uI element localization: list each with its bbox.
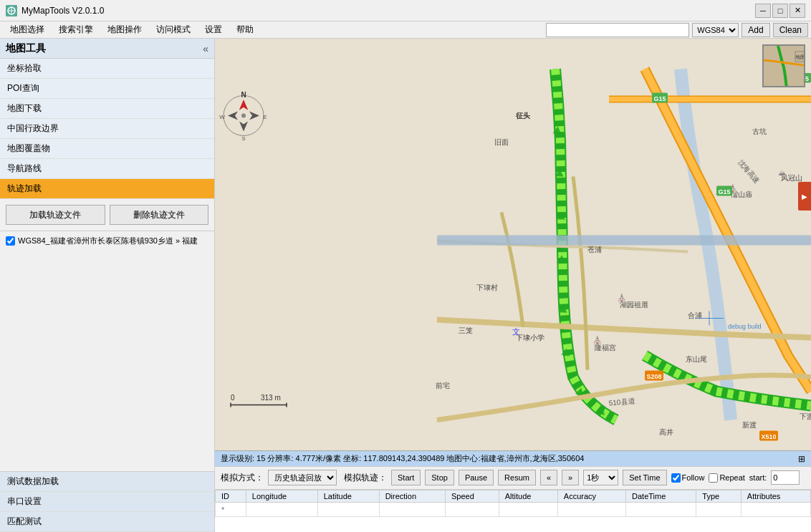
sidebar-item-match-test[interactable]: 匹配测试 [0,512,214,532]
track-section: 加载轨迹文件 删除轨迹文件 [0,199,214,231]
mode-select[interactable]: 历史轨迹回放 实时轨迹 [268,470,337,485]
svg-point-75 [241,114,246,118]
svg-text:X510: X510 [761,433,776,440]
svg-text:0: 0 [231,394,235,402]
status-text: 显示级别: 15 分辨率: 4.777米/像素 坐标: 117.809143,2… [221,453,584,464]
right-expand-button[interactable]: ▶ [798,182,811,211]
track-item-label: WGS84_福建省漳州市长泰区陈巷镇930乡道 » 福建 [18,236,198,246]
col-latitude: Latitude [317,490,379,503]
menu-help[interactable]: 帮助 [229,21,261,38]
start-value-input[interactable] [771,470,800,485]
start-button[interactable]: Start [391,470,421,485]
sidebar-collapse-button[interactable]: « [203,43,208,54]
clean-button[interactable]: Clean [773,23,808,37]
col-accuracy: Accuracy [557,490,625,503]
svg-text:文: 文 [512,327,520,336]
sidebar-item-test-data[interactable]: 测试数据加载 [0,472,214,492]
svg-text:隆福宫: 隆福宫 [595,344,616,352]
track-list-item[interactable]: WGS84_福建省漳州市长泰区陈巷镇930乡道 » 福建 [6,234,208,248]
map-svg: 沈海高速 [215,39,811,450]
svg-text:下埭小学: 下埭小学 [516,334,544,342]
window-controls: ─ □ ✕ [755,4,805,18]
svg-text:debug build: debug build [728,323,762,330]
minimap[interactable]: 地图 [762,44,805,87]
col-direction: Direction [379,490,445,503]
speed-select[interactable]: 0.5秒 1秒 2秒 5秒 [583,470,618,485]
sidebar: 地图工具 « 坐标拾取 POI查询 地图下载 中国行政边界 地图覆盖物 导航路线… [0,39,215,532]
svg-text:G15: G15 [653,95,666,102]
status-bar: 显示级别: 15 分辨率: 4.777米/像素 坐标: 117.809143,2… [215,450,811,466]
stop-button[interactable]: Stop [425,470,454,485]
table-row: * [216,503,811,517]
sidebar-item-map-download[interactable]: 地图下载 [0,99,214,119]
col-datetime: DateTime [626,490,696,503]
svg-text:⛪: ⛪ [617,293,627,303]
map-container: 沈海高速 [215,39,811,532]
svg-text:G15: G15 [718,188,730,195]
title-bar: MyMapTools V2.0.1.0 ─ □ ✕ [0,0,811,21]
delete-track-file-button[interactable]: 删除轨迹文件 [110,205,209,225]
col-longitude: Longitude [246,490,317,503]
load-track-file-button[interactable]: 加载轨迹文件 [6,205,105,225]
pause-button[interactable]: Pause [459,470,494,485]
menu-bar: 地图选择 搜索引擎 地图操作 访问模式 设置 帮助 WGS84 GCJ02 BD… [0,21,811,39]
sidebar-item-poi-query[interactable]: POI查询 [0,79,214,99]
repeat-checkbox[interactable] [709,473,718,483]
menu-map-operations[interactable]: 地图操作 [100,21,149,38]
svg-text:新渡: 新渡 [742,421,757,429]
sidebar-item-admin-border[interactable]: 中国行政边界 [0,119,214,139]
status-expand-button[interactable]: ⊞ [798,454,805,464]
menu-map-select[interactable]: 地图选择 [3,21,52,38]
next-button[interactable]: » [562,470,579,485]
playback-bar: 模拟方式： 历史轨迹回放 实时轨迹 模拟轨迹： Start Stop Pause… [215,466,811,489]
col-altitude: Altitude [499,490,557,503]
menu-settings[interactable]: 设置 [198,21,229,38]
coord-input[interactable] [546,23,689,37]
svg-text:S208: S208 [646,373,661,380]
follow-label: Follow [682,473,705,482]
sidebar-item-track-load[interactable]: 轨迹加载 [0,179,214,199]
sidebar-item-serial-port[interactable]: 串口设置 [0,492,214,512]
svg-text:高井: 高井 [659,428,673,436]
svg-rect-17 [437,236,811,246]
follow-checkbox[interactable] [671,473,681,483]
sidebar-item-map-overlay[interactable]: 地图覆盖物 [0,139,214,159]
col-type: Type [696,490,742,503]
svg-text:下渡: 下渡 [800,412,811,420]
sidebar-item-coord-pick[interactable]: 坐标拾取 [0,59,214,79]
svg-text:合浦: 合浦 [688,311,702,319]
main-layout: 地图工具 « 坐标拾取 POI查询 地图下载 中国行政边界 地图覆盖物 导航路线… [0,39,811,532]
menu-search-engine[interactable]: 搜索引擎 [52,21,100,38]
map-view[interactable]: 沈海高速 [215,39,811,450]
menu-access-mode[interactable]: 访问模式 [149,21,198,38]
prev-button[interactable]: « [540,470,557,485]
svg-text:⛰: ⛰ [778,168,786,177]
col-id: ID [216,490,246,503]
svg-text:N: N [241,91,246,99]
svg-text:地图: 地图 [795,54,805,59]
svg-text:313 m: 313 m [261,394,281,402]
close-button[interactable]: ✕ [790,4,805,18]
data-table-wrap: ID Longitude Latitude Direction Speed Al… [215,489,811,532]
resume-button[interactable]: Resum [498,470,536,485]
track-label: 模拟轨迹： [344,472,387,484]
sidebar-header: 地图工具 « [0,39,214,59]
repeat-label: Repeat [719,473,744,482]
sidebar-item-nav-route[interactable]: 导航路线 [0,159,214,179]
svg-text:W: W [219,114,225,120]
track-checkbox[interactable] [6,236,15,246]
sidebar-title: 地图工具 [6,42,46,55]
svg-text:下埭村: 下埭村 [476,284,498,291]
maximize-button[interactable]: □ [772,4,788,18]
coord-system-select[interactable]: WGS84 GCJ02 BD09 [692,23,739,37]
track-list: WGS84_福建省漳州市长泰区陈巷镇930乡道 » 福建 [0,231,214,253]
sidebar-bottom: 测试数据加载 串口设置 匹配测试 [0,471,214,532]
set-time-button[interactable]: Set Time [623,470,666,485]
svg-text:苍浦: 苍浦 [587,246,602,253]
svg-text:东山尾: 东山尾 [686,355,707,363]
add-button[interactable]: Add [742,23,769,37]
svg-text:古坑: 古坑 [752,127,767,135]
start-label: start: [749,473,767,482]
minimize-button[interactable]: ─ [755,4,771,18]
repeat-check-label: Repeat [709,473,744,483]
